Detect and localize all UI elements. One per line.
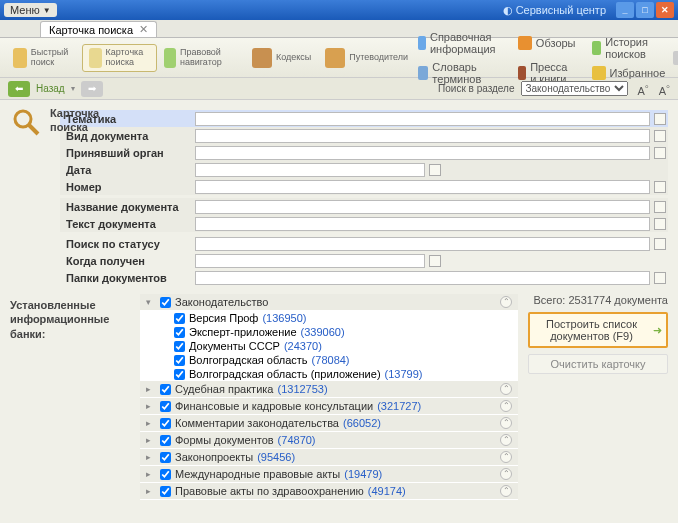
tree-child[interactable]: Версия Проф (136950) xyxy=(140,311,518,325)
clear-card-button[interactable]: Очистить карточку xyxy=(528,354,668,374)
field-label-tema: Тематика xyxy=(60,113,195,125)
picker-organ[interactable] xyxy=(654,147,666,159)
total-count: Всего: 2531774 документа xyxy=(528,294,668,306)
ref-info-button[interactable]: Справочная информация xyxy=(414,29,506,57)
toolbar: Быстрый поиск Карточка поиска Правовой н… xyxy=(0,38,678,78)
input-folders[interactable] xyxy=(195,271,650,285)
collapse-button-icon[interactable]: ⌃ xyxy=(500,434,512,446)
tab-close-icon[interactable]: ✕ xyxy=(139,23,148,36)
guides-button[interactable]: Путеводители xyxy=(318,44,406,72)
tree-checkbox[interactable] xyxy=(160,452,171,463)
input-text[interactable] xyxy=(195,217,650,231)
input-status[interactable] xyxy=(195,237,650,251)
tree-checkbox[interactable] xyxy=(174,327,185,338)
expand-icon[interactable]: ▸ xyxy=(146,401,156,411)
picker-date[interactable] xyxy=(429,164,441,176)
codex-button[interactable]: Кодексы xyxy=(245,44,318,72)
picker-text[interactable] xyxy=(654,218,666,230)
add-button[interactable]: Добавить xyxy=(669,49,678,67)
quick-search-button[interactable]: Быстрый поиск xyxy=(6,44,82,72)
tree-node[interactable]: ▸Правовые акты по здравоохранению (49174… xyxy=(140,483,518,500)
close-button[interactable]: ✕ xyxy=(656,2,674,18)
arrow-right-icon: ➜ xyxy=(653,324,662,337)
collapse-button-icon[interactable]: ⌃ xyxy=(500,296,512,308)
input-nomer[interactable] xyxy=(195,180,650,194)
banks-label: Установленные информационные банки: xyxy=(10,294,130,500)
collapse-button-icon[interactable]: ⌃ xyxy=(500,417,512,429)
picker-tema[interactable] xyxy=(654,113,666,125)
tree-checkbox[interactable] xyxy=(160,418,171,429)
picker-vid[interactable] xyxy=(654,130,666,142)
collapse-button-icon[interactable]: ⌃ xyxy=(500,451,512,463)
search-card-button[interactable]: Карточка поиска xyxy=(82,44,158,72)
tree-node[interactable]: ▸Международные правовые акты (19479)⌃ xyxy=(140,466,518,483)
tree-node[interactable]: ▸Комментарии законодательства (66052)⌃ xyxy=(140,415,518,432)
tree-checkbox[interactable] xyxy=(160,401,171,412)
build-list-button[interactable]: Построить список документов (F9)➜ xyxy=(528,312,668,348)
section-select[interactable]: Законодательство xyxy=(521,81,628,96)
maximize-button[interactable]: □ xyxy=(636,2,654,18)
tree-checkbox[interactable] xyxy=(160,297,171,308)
tree-node[interactable]: ▸Финансовые и кадровые консультации (321… xyxy=(140,398,518,415)
minimize-button[interactable]: _ xyxy=(616,2,634,18)
tree-checkbox[interactable] xyxy=(160,469,171,480)
nav-back-button[interactable]: ⬅ xyxy=(8,81,30,97)
history-button[interactable]: История поисков xyxy=(588,34,670,62)
font-smaller-button[interactable]: A◦ xyxy=(638,80,649,97)
picker-received[interactable] xyxy=(429,255,441,267)
tree-node[interactable]: ▸Формы документов (74870)⌃ xyxy=(140,432,518,449)
collapse-button-icon[interactable]: ⌃ xyxy=(500,485,512,497)
input-received[interactable] xyxy=(195,254,425,268)
input-date[interactable] xyxy=(195,163,425,177)
tree-node[interactable]: ▾Законодательство⌃ xyxy=(140,294,518,311)
expand-icon[interactable]: ▸ xyxy=(146,435,156,445)
tree-child[interactable]: Волгоградская область (приложение) (1379… xyxy=(140,367,518,381)
picker-nomer[interactable] xyxy=(654,181,666,193)
font-larger-button[interactable]: A◦ xyxy=(659,80,670,97)
expand-icon[interactable]: ▸ xyxy=(146,452,156,462)
tree-checkbox[interactable] xyxy=(174,355,185,366)
service-center-link[interactable]: ◐ Сервисный центр xyxy=(503,4,606,17)
tree-child[interactable]: Документы СССР (24370) xyxy=(140,339,518,353)
tree-child[interactable]: Эксперт-приложение (339060) xyxy=(140,325,518,339)
nav-forward-button[interactable]: ➡ xyxy=(81,81,103,97)
tree-child[interactable]: Волгоградская область (78084) xyxy=(140,353,518,367)
expand-icon[interactable]: ▸ xyxy=(146,469,156,479)
collapse-button-icon[interactable]: ⌃ xyxy=(500,400,512,412)
tree-checkbox[interactable] xyxy=(160,384,171,395)
input-organ[interactable] xyxy=(195,146,650,160)
field-label-name: Название документа xyxy=(60,201,195,213)
main-content: Карточкапоиска Тематика Вид документа Пр… xyxy=(0,100,678,506)
legal-navigator-button[interactable]: Правовой навигатор xyxy=(157,44,237,72)
tree-checkbox[interactable] xyxy=(160,486,171,497)
input-tema[interactable] xyxy=(195,112,650,126)
tree-node[interactable]: ▸Судебная практика (1312753)⌃ xyxy=(140,381,518,398)
title-bar: Меню ▼ ◐ Сервисный центр _ □ ✕ xyxy=(0,0,678,20)
expand-icon[interactable]: ▸ xyxy=(146,418,156,428)
tree-checkbox[interactable] xyxy=(174,369,185,380)
tab-search-card[interactable]: Карточка поиска ✕ xyxy=(40,21,157,37)
collapse-button-icon[interactable]: ⌃ xyxy=(500,468,512,480)
collapse-icon[interactable]: ▾ xyxy=(146,297,156,307)
collapse-button-icon[interactable]: ⌃ xyxy=(500,383,512,395)
picker-status[interactable] xyxy=(654,238,666,250)
svg-line-1 xyxy=(29,125,38,134)
reviews-button[interactable]: Обзоры xyxy=(514,29,580,57)
picker-folders[interactable] xyxy=(654,272,666,284)
input-name[interactable] xyxy=(195,200,650,214)
menu-button[interactable]: Меню ▼ xyxy=(4,3,57,17)
tree-checkbox[interactable] xyxy=(160,435,171,446)
tree-checkbox[interactable] xyxy=(174,313,185,324)
favorites-button[interactable]: Избранное xyxy=(588,64,670,82)
tree-node[interactable]: ▸Законопроекты (95456)⌃ xyxy=(140,449,518,466)
field-label-nomer: Номер xyxy=(60,181,195,193)
globe-icon: ◐ xyxy=(503,4,513,17)
expand-icon[interactable]: ▸ xyxy=(146,384,156,394)
book-icon xyxy=(252,48,272,68)
tree-checkbox[interactable] xyxy=(174,341,185,352)
input-vid[interactable] xyxy=(195,129,650,143)
star-icon xyxy=(592,66,606,80)
expand-icon[interactable]: ▸ xyxy=(146,486,156,496)
pencil-icon xyxy=(518,36,532,50)
picker-name[interactable] xyxy=(654,201,666,213)
